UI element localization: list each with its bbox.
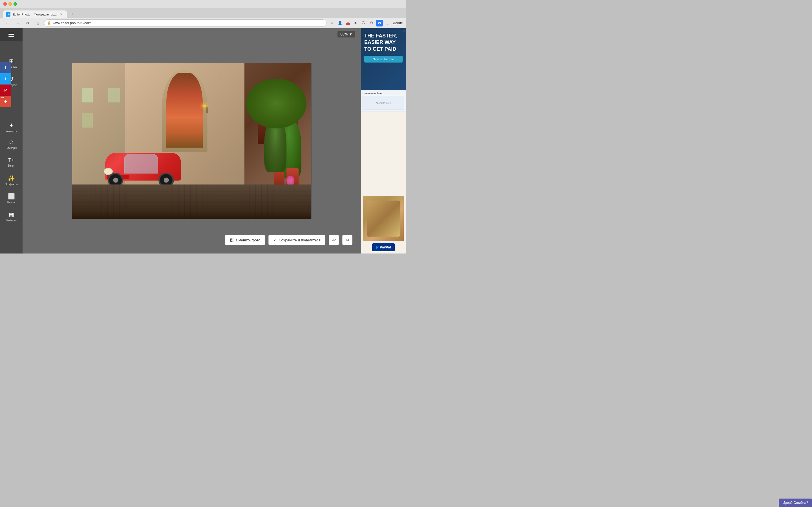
ad-close-icon[interactable]: ✕ <box>402 29 405 33</box>
back-button[interactable]: ← <box>3 19 11 27</box>
settings-icon[interactable]: ⚙ <box>368 20 375 26</box>
paypal-p-letter: P <box>376 245 378 249</box>
home-button[interactable]: ⌂ <box>34 19 42 27</box>
hubcap-front <box>113 178 118 182</box>
text-label: Текст <box>8 164 15 167</box>
more-icon[interactable]: ⋮ <box>384 20 391 26</box>
address-bar[interactable]: 🔒 www.editor.pho.to/ru/edit/ <box>44 19 326 27</box>
sidebar-item-stickers[interactable]: ☺ Стикеры <box>0 135 22 153</box>
shield-icon[interactable]: 🛡 <box>360 20 367 26</box>
sidebar-item-textures[interactable]: ▦ Textures <box>0 207 22 225</box>
bookmark-icon[interactable]: ☆ <box>329 20 336 26</box>
textures-icon: ▦ <box>9 211 14 218</box>
share-count-badge: 29K <box>1 96 5 99</box>
top-ad-banner: ✕ THE FASTER, EASIER WAY TO GET PAID Sig… <box>361 28 406 90</box>
window-3 <box>108 88 120 103</box>
active-tab[interactable]: ph Editor.Pho.to – Фоторедактор... ✕ <box>2 10 67 18</box>
google-plus-share-button[interactable]: 29K + <box>0 96 11 107</box>
arch-outer <box>162 70 207 152</box>
hamburger-line-3 <box>8 36 14 37</box>
twitter-icon: t <box>5 76 6 81</box>
frames-label: Рамки <box>7 201 15 204</box>
right-ad-panel: ✕ THE FASTER, EASIER WAY TO GET PAID Sig… <box>361 28 406 253</box>
plant-top <box>246 78 306 128</box>
pinterest-icon: P <box>4 88 7 93</box>
arch-inner <box>166 73 203 148</box>
twitter-share-button[interactable]: t <box>0 73 11 84</box>
user-icon-1[interactable]: 👤 <box>337 20 343 26</box>
effects-label: Эффекты <box>5 183 17 186</box>
facebook-share-button[interactable]: f <box>0 62 11 73</box>
save-icon: ✓ <box>273 238 276 242</box>
tab-bar: ph Editor.Pho.to – Фоторедактор... ✕ + <box>0 8 406 18</box>
stickers-label: Стикеры <box>6 147 17 150</box>
zoom-dropdown-icon: ▼ <box>349 32 352 36</box>
ad-books-image <box>363 196 404 241</box>
redo-button[interactable]: ↪ <box>342 235 352 245</box>
zoom-control[interactable]: 88% ▼ <box>338 31 355 38</box>
social-share-bar: f t P 29K + <box>0 62 11 107</box>
bottom-toolbar: 🖼 Сменить фото ✓ Сохранить и поделиться … <box>22 235 361 245</box>
books-image-inner <box>367 201 400 237</box>
ground <box>72 184 311 219</box>
lock-icon: 🔒 <box>47 21 51 25</box>
nav-bar: ← → ↻ ⌂ 🔒 www.editor.pho.to/ru/edit/ ☆ 👤… <box>0 18 406 28</box>
change-photo-icon: 🖼 <box>230 238 234 242</box>
bottom-ad-right: P PayPal <box>361 112 406 253</box>
photo-scene <box>72 63 311 219</box>
hamburger-line-2 <box>8 34 14 35</box>
ad-screenshot-label: App UI Preview <box>375 102 391 104</box>
forward-button[interactable]: → <box>13 19 21 27</box>
title-bar <box>0 0 406 8</box>
tab-close-button[interactable]: ✕ <box>59 12 63 17</box>
hamburger-menu-button[interactable] <box>0 28 22 41</box>
sidebar-item-text[interactable]: T+ Текст <box>0 153 22 171</box>
tab-favicon: ph <box>6 12 10 17</box>
tab-title: Editor.Pho.to – Фоторедактор... <box>13 13 57 16</box>
user-name: Денис <box>393 21 403 25</box>
undo-button[interactable]: ↩ <box>329 235 339 245</box>
nav-icons: ☆ 👤 🚗 👁 🛡 ⚙ W ⋮ Денис <box>329 20 403 26</box>
red-car <box>101 141 187 187</box>
textures-label: Textures <box>6 219 17 222</box>
sidebar: f t P 29K + ⊞ Обрезка ↺ Поворот ✦ Резкос… <box>0 28 22 253</box>
traffic-lights <box>3 2 17 6</box>
zoom-value: 88% <box>340 32 348 36</box>
retouch-icon: ✦ <box>9 122 14 129</box>
pinterest-share-button[interactable]: P <box>0 84 11 96</box>
refresh-button[interactable]: ↻ <box>24 19 32 27</box>
sidebar-item-effects[interactable]: ✨ Эффекты <box>0 171 22 189</box>
paypal-text: PayPal <box>380 245 391 249</box>
facebook-icon: f <box>5 65 6 70</box>
stickers-icon: ☺ <box>8 139 14 145</box>
change-photo-button[interactable]: 🖼 Сменить фото <box>225 235 265 245</box>
hubcap-rear <box>164 178 169 182</box>
url-text: www.editor.pho.to/ru/edit/ <box>53 21 323 25</box>
hamburger-line-1 <box>8 33 14 33</box>
browser-chrome: ph Editor.Pho.to – Фоторедактор... ✕ + ←… <box>0 0 406 28</box>
paypal-badge: P PayPal <box>372 243 395 251</box>
w-extension-icon[interactable]: W <box>376 20 383 26</box>
maximize-button[interactable] <box>13 2 17 6</box>
eye-icon[interactable]: 👁 <box>352 20 359 26</box>
car-icon[interactable]: 🚗 <box>345 20 351 26</box>
windshield <box>124 154 158 173</box>
redo-icon: ↪ <box>346 237 349 243</box>
hamburger-icon <box>8 33 14 37</box>
new-tab-button[interactable]: + <box>68 10 76 18</box>
cobblestone-pattern <box>72 184 311 219</box>
canvas-container <box>72 63 312 219</box>
photo-canvas <box>72 63 312 219</box>
ad-mid-title: Create template <box>363 92 404 95</box>
sidebar-item-frames[interactable]: ⬜ Рамки <box>0 189 22 207</box>
ad-headline: THE FASTER, EASIER WAY TO GET PAID <box>364 33 403 52</box>
close-button[interactable] <box>3 2 7 6</box>
mid-ad-content: Create template App UI Preview <box>361 90 406 112</box>
save-share-button[interactable]: ✓ Сохранить и поделиться <box>268 235 325 245</box>
retouch-label: Резкость <box>6 130 17 133</box>
window-1 <box>81 88 93 103</box>
minimize-button[interactable] <box>8 2 12 6</box>
ad-app-screenshot: App UI Preview <box>363 96 404 110</box>
effects-icon: ✨ <box>8 175 15 182</box>
ad-cta-button[interactable]: Sign up for free <box>364 56 403 62</box>
